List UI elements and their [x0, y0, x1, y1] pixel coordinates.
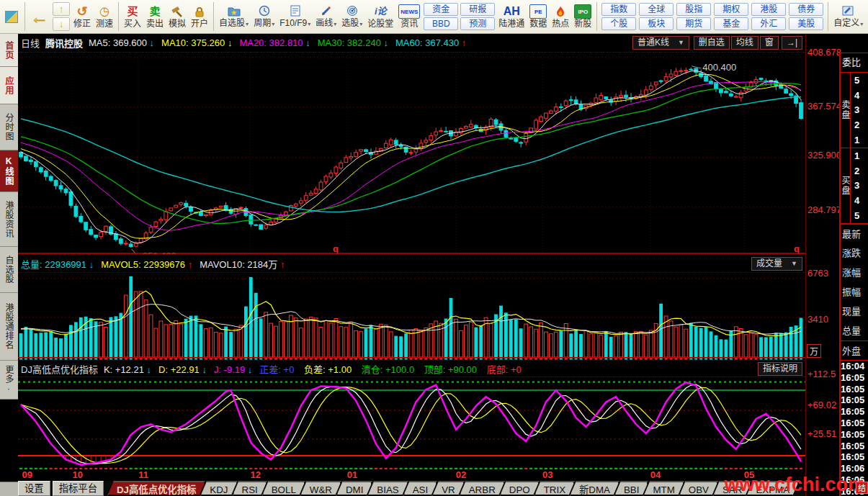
volume-indicator-select[interactable]: 成交量 ▼ [751, 257, 802, 271]
kline-tool-button[interactable]: 均线 [731, 36, 759, 50]
back-button[interactable]: ← [28, 1, 51, 32]
ah-connect-button[interactable]: AH陆港通 [496, 1, 527, 32]
simulate-button[interactable]: 模拟 [166, 1, 188, 32]
news-button[interactable]: NEWS资讯 [396, 1, 422, 32]
tab-新dma[interactable]: 新DMA [570, 481, 619, 496]
kline-type-select[interactable]: 普通K线 ▼ [632, 36, 689, 50]
level-3[interactable]: 3 [854, 180, 868, 191]
market-button[interactable]: 港股 [751, 3, 786, 16]
scroll-down-button[interactable]: ↓ [53, 17, 70, 31]
market-button[interactable]: 指数 [601, 3, 636, 16]
fund-button[interactable]: 资金 [424, 3, 458, 16]
market-button[interactable]: 期权 [714, 3, 748, 16]
open-account-button[interactable]: 开户 [189, 1, 210, 32]
corner-badge[interactable]: 结 [856, 482, 868, 494]
bbd-button[interactable]: BBD [424, 17, 458, 30]
quote-row[interactable]: 涨幅 [841, 263, 868, 282]
tab-mtm[interactable]: MTM [643, 481, 684, 496]
period-label[interactable]: 日线 [21, 36, 40, 50]
market-button[interactable]: 板块 [639, 17, 674, 30]
sidebar-item-hk-connect-rank[interactable]: 港股通排名 [0, 293, 18, 361]
indicator-help-button[interactable]: 指标说明 [758, 362, 802, 376]
tick-time-row[interactable]: 16:05 [841, 394, 868, 406]
tick-time-row[interactable]: 16:05 [841, 441, 868, 452]
tick-time-row[interactable]: 16:05 [841, 451, 868, 463]
level-2[interactable]: 2 [854, 120, 868, 130]
tick-time-row[interactable]: 16:06 [841, 463, 868, 474]
stockpick-button[interactable]: 选股▾ [339, 1, 364, 32]
sidebar-item-hk-news[interactable]: 港股资讯 [0, 192, 18, 247]
sidebar-item-time-chart[interactable]: 分时图 [0, 104, 18, 150]
tab-dpo[interactable]: DPO [500, 481, 540, 496]
quote-row[interactable]: 振幅 [841, 282, 868, 302]
tab-rsi[interactable]: RSI [233, 481, 267, 496]
drawline-button[interactable]: 画线▾ [313, 1, 339, 32]
tab-dj-indicator-active[interactable]: DJ高低点优化指标 [107, 481, 205, 496]
hotspot-button[interactable]: 热点 [550, 1, 571, 32]
window-layout-button[interactable] [1, 1, 22, 32]
oscillator-chart[interactable] [18, 377, 805, 471]
kline-tool-button[interactable]: 删自选 [694, 36, 730, 50]
tab-dmi[interactable]: DMI [336, 481, 372, 496]
sidebar-bottom-tray[interactable] [0, 482, 18, 496]
market-button[interactable]: 基金 [714, 17, 748, 30]
level-5[interactable]: 5 [854, 75, 868, 86]
market-button[interactable]: 外汇 [751, 17, 786, 30]
sidebar-item-kline-chart[interactable]: K线图 [0, 150, 18, 192]
customize-button[interactable]: 自定义▾ [831, 1, 865, 32]
quote-row[interactable]: 总量 [841, 321, 868, 341]
sidebar-item-watchlist[interactable]: 自选股 [0, 247, 18, 293]
tab-indicator-platform[interactable]: 指标平台 [53, 481, 104, 496]
tick-time-row[interactable]: 16:05 [841, 406, 868, 418]
correct-button[interactable]: ↺修正 [71, 1, 93, 32]
watchlist-button[interactable]: ★自选股▾ [217, 1, 251, 32]
tick-time-row[interactable]: 16:05 [841, 372, 868, 384]
market-button[interactable]: 全球 [639, 3, 674, 16]
buy-button[interactable]: 买买入 [122, 1, 143, 32]
research-button[interactable]: 研报 [460, 3, 495, 16]
tab-w&r[interactable]: W&R [300, 481, 341, 496]
market-button[interactable]: 个股 [601, 17, 636, 30]
f10-button[interactable]: F10/F9▾ [277, 1, 313, 32]
kline-tool-button[interactable]: 窗 [760, 36, 779, 50]
tab-arbr[interactable]: ARBR [460, 481, 505, 496]
tab-kdj[interactable]: KDJ [200, 481, 237, 496]
volume-chart[interactable] [18, 273, 805, 360]
tab-trix[interactable]: TRIX [534, 481, 575, 496]
tab-boll[interactable]: BOLL [262, 481, 305, 496]
sidebar-item-apps[interactable]: 应用 [0, 67, 18, 104]
forum-button[interactable]: i论论股堂 [365, 1, 395, 32]
tick-time-row[interactable]: 16:05 [841, 418, 868, 429]
market-button[interactable]: 期货 [676, 17, 711, 30]
sell-button[interactable]: 卖卖出 [144, 1, 166, 32]
level-2[interactable]: 2 [854, 166, 868, 176]
level-1[interactable]: 1 [854, 150, 868, 161]
sidebar-item-more[interactable]: 更多· [0, 361, 18, 400]
symbol-name[interactable]: 腾讯控股 [45, 36, 83, 50]
tab-obv[interactable]: OBV [679, 481, 718, 496]
level-3[interactable]: 3 [854, 104, 868, 115]
collapse-panel-button[interactable]: →| [782, 36, 802, 50]
quote-row[interactable]: 最新 [841, 224, 868, 243]
data-button[interactable]: PE数据 [527, 1, 549, 32]
tab-bbi[interactable]: BBI [614, 481, 648, 496]
level-5[interactable]: 5 [854, 210, 868, 221]
market-button[interactable]: 美股 [789, 17, 823, 30]
candlestick-chart[interactable]: 251.400400.400qq [18, 53, 805, 254]
market-button[interactable]: 股指 [676, 3, 711, 16]
tick-time-row[interactable]: 16:05 [841, 384, 868, 395]
tab-bias[interactable]: BIAS [367, 481, 408, 496]
quote-row[interactable]: 涨跌 [841, 243, 868, 263]
sidebar-item-home[interactable]: 首页 [0, 34, 18, 67]
scroll-up-button[interactable]: ↑ [53, 2, 70, 16]
tab-vr[interactable]: VR [432, 481, 465, 496]
level-1[interactable]: 1 [854, 135, 868, 145]
ipo-button[interactable]: IPO新股 [572, 1, 594, 32]
quote-row[interactable]: 外盘 [841, 341, 868, 360]
speedtest-button[interactable]: ◷测速 [94, 1, 115, 32]
tab-asi[interactable]: ASI [403, 481, 437, 496]
level-4[interactable]: 4 [854, 90, 868, 101]
level-4[interactable]: 4 [854, 195, 868, 206]
period-button[interactable]: 周期▾ [251, 1, 277, 32]
tick-time-row[interactable]: 16:04 [841, 361, 868, 372]
